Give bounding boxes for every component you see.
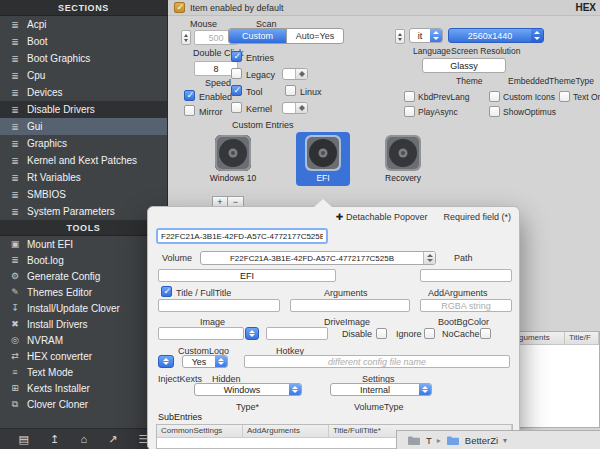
mouse-mirror-checkbox[interactable] — [184, 105, 195, 116]
sidebar-item-boot-graphics[interactable]: ≣Boot Graphics — [0, 50, 167, 67]
title-fulltitle-checkbox[interactable] — [161, 286, 172, 297]
mount-efi-icon: ▣ — [9, 239, 21, 249]
mouse-enabled-label: Enabled — [199, 92, 232, 102]
guid-input[interactable] — [156, 228, 328, 244]
volumetype-dropdown[interactable]: Internal — [330, 383, 432, 396]
sidebar-item-devices[interactable]: ≣Devices — [0, 84, 167, 101]
hotkey-input[interactable] — [266, 327, 328, 340]
sidebar-item-kernel-and-kext-patches[interactable]: ≣Kernel and Kext Patches — [0, 152, 167, 169]
disable-checkbox[interactable] — [376, 328, 387, 339]
type-dropdown[interactable]: Windows — [194, 383, 302, 396]
kbdprevlang-label: KbdPrevLang — [418, 92, 470, 102]
entry-windows-10[interactable]: Windows 10 — [206, 134, 260, 183]
settings-input[interactable] — [244, 355, 510, 368]
entries-table: Arguments Title/F — [506, 331, 600, 428]
sidebar-item-gui[interactable]: ≣Gui — [0, 118, 167, 135]
nocache-checkbox[interactable] — [480, 328, 491, 339]
scan-kernel-checkbox[interactable] — [231, 102, 242, 113]
sidebar: SECTIONS ≣Acpi ≣Boot ≣Boot Graphics ≣Cpu… — [0, 0, 168, 449]
hidden-dropdown[interactable]: Yes — [182, 355, 228, 368]
showoptimus-checkbox[interactable] — [489, 106, 500, 117]
scan-kernel-label: Kernel — [246, 104, 272, 114]
tool-kexts-installer[interactable]: ⊞Kexts Installer — [0, 380, 167, 396]
theme-field[interactable]: Glassy — [422, 58, 506, 73]
item-enabled-checkbox[interactable] — [174, 2, 185, 13]
clover-configurator-window: SECTIONS ≣Acpi ≣Boot ≣Boot Graphics ≣Cpu… — [0, 0, 600, 449]
title-fulltitle-label: Title / FullTitle — [176, 288, 231, 298]
playasync-checkbox[interactable] — [404, 106, 415, 117]
list-icon: ≣ — [9, 156, 21, 166]
language-dropdown[interactable]: it — [409, 28, 443, 43]
scan-linux-checkbox[interactable] — [285, 85, 296, 96]
driveimage-label: DriveImage — [324, 317, 370, 327]
sidebar-item-acpi[interactable]: ≣Acpi — [0, 16, 167, 33]
hard-drive-icon — [302, 134, 344, 172]
tool-generate-config[interactable]: ⚙Generate Config — [0, 268, 167, 284]
path-item[interactable]: T — [426, 435, 432, 446]
tool-install-update-clover[interactable]: ↧Install/Update Clover — [0, 300, 167, 316]
injectkexts-dropdown[interactable] — [158, 355, 174, 368]
list-icon: ≣ — [9, 88, 21, 98]
tool-label: Mount EFI — [27, 239, 73, 250]
tool-install-drivers[interactable]: ✖Install Drivers — [0, 316, 167, 332]
driveimage-input[interactable] — [290, 299, 410, 312]
volume-dropdown[interactable]: F22FC21A-3B1E-42FD-A57C-4772177C525B — [200, 251, 436, 265]
path-input[interactable] — [420, 269, 512, 282]
detach-icon[interactable]: ✚ — [336, 212, 344, 222]
kernel-dropdown[interactable] — [282, 102, 308, 114]
tool-boot-log[interactable]: ≣Boot.log — [0, 252, 167, 268]
bootbgcolor-input[interactable] — [420, 299, 512, 312]
tool-mount-efi[interactable]: ▣Mount EFI — [0, 236, 167, 252]
list-icon: ≣ — [9, 105, 21, 115]
column-header: AddArguments — [243, 425, 329, 437]
kbdprevlang-checkbox[interactable] — [404, 91, 415, 102]
scan-entries-checkbox[interactable] — [231, 51, 242, 62]
tool-hex-converter[interactable]: ⇄HEX converter — [0, 348, 167, 364]
home-icon[interactable]: ⌂ — [80, 433, 87, 445]
tool-nvram[interactable]: ◎NVRAM — [0, 332, 167, 348]
tool-label: Themes Editor — [27, 287, 92, 298]
sidebar-item-boot[interactable]: ≣Boot — [0, 33, 167, 50]
sidebar-item-graphics[interactable]: ≣Graphics — [0, 135, 167, 152]
scan-legacy-checkbox[interactable] — [231, 68, 242, 79]
sidebar-item-smbios[interactable]: ≣SMBIOS — [0, 186, 167, 203]
text-only-checkbox[interactable] — [559, 91, 570, 102]
screen-resolution-dropdown[interactable]: 2560x1440 — [448, 28, 544, 43]
entry-recovery[interactable]: Recovery — [376, 134, 430, 183]
volumetype-label: VolumeType — [354, 402, 404, 412]
image-input[interactable] — [158, 299, 280, 312]
speed-label: Speed — [205, 78, 231, 88]
tool-label: HEX converter — [27, 351, 92, 362]
text-only-label: Text Only — [573, 92, 600, 102]
document-icon[interactable]: ▤ — [19, 433, 29, 446]
double-click-stepper[interactable] — [181, 30, 191, 45]
customlogo-dropdown[interactable] — [245, 327, 259, 340]
tool-text-mode[interactable]: ≡Text Mode — [0, 364, 167, 380]
sidebar-item-label: Disable Drivers — [27, 104, 95, 115]
sidebar-item-disable-drivers[interactable]: ≣Disable Drivers — [0, 101, 167, 118]
mouse-enabled-checkbox[interactable] — [184, 90, 195, 101]
showoptimus-label: ShowOptimus — [503, 107, 556, 117]
legacy-dropdown[interactable] — [282, 68, 308, 80]
customlogo-input[interactable] — [158, 327, 244, 340]
language-stepper[interactable] — [395, 29, 405, 44]
share-icon[interactable]: ↗ — [108, 433, 117, 446]
entry-efi[interactable]: EFI — [296, 132, 350, 186]
export-icon[interactable]: ↥ — [50, 433, 59, 446]
scan-custom-segment[interactable]: Custom — [229, 29, 286, 43]
sidebar-item-label: Graphics — [27, 138, 67, 149]
sidebar-item-rt-variables[interactable]: ≣Rt Variables — [0, 169, 167, 186]
tool-clover-cloner[interactable]: ⧉Clover Cloner — [0, 396, 167, 412]
sidebar-item-cpu[interactable]: ≣Cpu — [0, 67, 167, 84]
scan-tool-checkbox[interactable] — [231, 85, 242, 96]
sidebar-item-system-parameters[interactable]: ≣System Parameters — [0, 203, 167, 220]
package-icon: ⊞ — [9, 383, 21, 393]
entries-table-header: Arguments Title/F — [507, 332, 599, 345]
title-input[interactable] — [158, 269, 336, 282]
scan-auto-segment[interactable]: Auto=Yes — [286, 29, 343, 43]
custom-icons-checkbox[interactable] — [489, 91, 500, 102]
path-item[interactable]: BetterZi — [465, 435, 498, 446]
sidebar-item-label: Cpu — [27, 70, 45, 81]
ignore-checkbox[interactable] — [424, 328, 435, 339]
tool-themes-editor[interactable]: ✎Themes Editor — [0, 284, 167, 300]
